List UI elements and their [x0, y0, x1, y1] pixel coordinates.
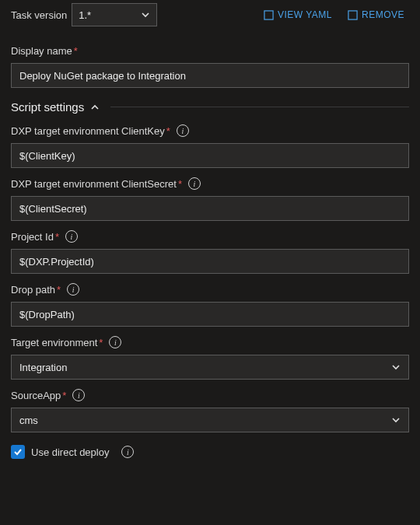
source-app-select[interactable]: cms [11, 408, 409, 432]
project-id-input[interactable] [11, 249, 409, 274]
check-icon [13, 447, 23, 457]
info-icon[interactable]: i [72, 389, 85, 401]
client-key-input[interactable] [11, 143, 409, 168]
info-icon[interactable]: i [177, 124, 189, 137]
source-app-label: SourceApp [11, 390, 61, 401]
chevron-down-icon [141, 10, 150, 19]
chevron-down-icon [391, 415, 401, 425]
display-name-input[interactable] [11, 63, 409, 88]
yaml-icon [264, 10, 274, 20]
remove-button[interactable]: REMOVE [348, 9, 404, 20]
required-marker: * [74, 45, 78, 57]
view-yaml-button[interactable]: VIEW YAML [264, 9, 332, 20]
top-actions: VIEW YAML REMOVE [264, 9, 404, 20]
project-id-label: Project Id [11, 231, 54, 243]
drop-path-input[interactable] [11, 302, 409, 327]
task-version-value: 1.* [79, 9, 91, 21]
source-app-value: cms [19, 415, 38, 426]
info-icon[interactable]: i [109, 336, 121, 348]
task-version-select[interactable]: 1.* [72, 3, 157, 26]
info-icon[interactable]: i [67, 283, 79, 296]
target-env-value: Integration [19, 362, 67, 373]
target-env-select[interactable]: Integration [11, 355, 409, 380]
chevron-up-icon [90, 103, 100, 112]
info-icon[interactable]: i [65, 230, 78, 243]
info-icon[interactable]: i [121, 446, 134, 458]
display-name-label: Display name [11, 45, 72, 57]
section-divider [110, 107, 409, 107]
required-marker: * [57, 284, 61, 296]
task-version-label: Task version [11, 9, 67, 21]
svg-rect-1 [348, 10, 357, 19]
remove-icon [348, 10, 358, 20]
direct-deploy-checkbox[interactable] [11, 445, 25, 459]
task-version-row: Task version 1.* VIEW YAML REMOVE [11, 0, 409, 26]
section-header-script-settings[interactable]: Script settings [11, 100, 409, 114]
required-marker: * [99, 337, 103, 348]
info-icon[interactable]: i [188, 177, 201, 190]
required-marker: * [62, 390, 66, 401]
client-key-label: DXP target environment ClientKey [11, 125, 165, 137]
required-marker: * [55, 231, 59, 243]
svg-rect-0 [264, 10, 273, 19]
direct-deploy-label: Use direct deploy [31, 446, 109, 458]
client-secret-input[interactable] [11, 196, 409, 221]
client-secret-label: DXP target environment ClientSecret [11, 178, 177, 190]
section-title: Script settings [11, 100, 84, 114]
drop-path-label: Drop path [11, 284, 55, 296]
required-marker: * [166, 125, 170, 137]
chevron-down-icon [391, 362, 401, 372]
required-marker: * [178, 178, 182, 190]
target-env-label: Target environment [11, 337, 97, 348]
